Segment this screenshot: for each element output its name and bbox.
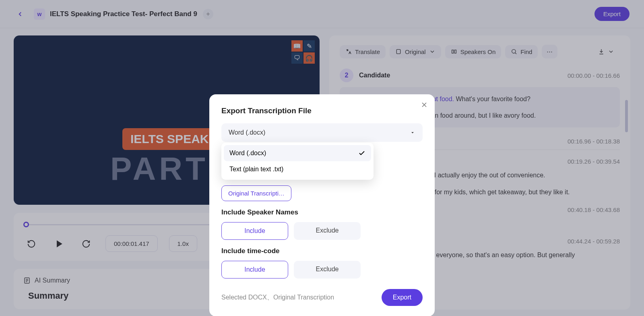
export-modal: Export Transcription File Word (.docx) W… (209, 94, 435, 316)
close-button[interactable] (420, 101, 428, 110)
original-transcription-chip[interactable]: Original Transcripti… (221, 185, 291, 201)
caret-down-icon (410, 130, 415, 135)
selection-summary: Selected DOCX、Original Transcription (221, 293, 334, 302)
speaker-include-button[interactable]: Include (221, 222, 288, 240)
timecode-label: Include time-code (221, 247, 423, 255)
check-icon (358, 150, 365, 157)
timecode-include-button[interactable]: Include (221, 261, 288, 279)
close-icon (420, 101, 428, 109)
format-option-word[interactable]: Word (.docx) (224, 145, 371, 161)
format-select[interactable]: Word (.docx) (221, 123, 423, 142)
modal-overlay[interactable]: Export Transcription File Word (.docx) W… (0, 0, 644, 316)
export-confirm-button[interactable]: Export (382, 289, 423, 306)
speaker-exclude-button[interactable]: Exclude (294, 222, 361, 240)
speaker-names-label: Include Speaker Names (221, 208, 423, 216)
format-dropdown: Word (.docx) Text (plain text .txt) (221, 143, 374, 180)
format-option-text[interactable]: Text (plain text .txt) (224, 161, 371, 177)
timecode-exclude-button[interactable]: Exclude (294, 261, 361, 279)
modal-title: Export Transcription File (221, 106, 423, 115)
